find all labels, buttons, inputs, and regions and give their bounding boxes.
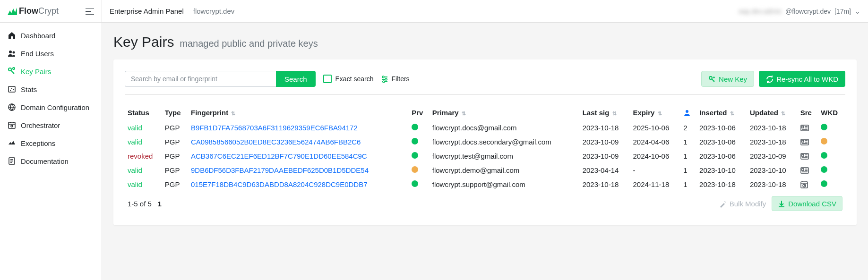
sidebar-item-dashboard[interactable]: Dashboard xyxy=(0,26,102,44)
cell-wkd xyxy=(818,149,845,163)
table-row: validPGP015E7F18DB4C9D63DABDD8A8204C928D… xyxy=(125,177,845,191)
cell-fingerprint[interactable]: 015E7F18DB4C9D63DABDD8A8204C928DC9E0DDB7 xyxy=(188,177,409,191)
sidebar-item-orchestrator[interactable]: Orchestrator xyxy=(0,116,102,134)
cell-inserted: 2023-10-06 xyxy=(696,135,747,149)
svg-point-0 xyxy=(9,51,12,53)
prv-dot-icon xyxy=(412,138,418,144)
sidebar-header: FlowCrypt xyxy=(0,0,102,23)
cell-type: PGP xyxy=(162,163,188,177)
svg-point-9 xyxy=(382,76,384,78)
cell-expiry: 2025-10-06 xyxy=(630,120,681,135)
cell-fingerprint[interactable]: CA09858566052B0ED8EC3236E562474AB6FBB2C6 xyxy=(188,135,409,149)
cell-src xyxy=(798,149,818,163)
table-row: revokedPGPACB367C6EC21EF6ED12BF7C790E1DD… xyxy=(125,149,845,163)
exact-search-label: Exact search xyxy=(335,75,374,83)
new-key-button[interactable]: New Key xyxy=(701,71,754,87)
cell-wkd xyxy=(818,177,845,191)
search-input[interactable] xyxy=(125,71,276,87)
keys-icon xyxy=(8,67,21,76)
search-button[interactable]: Search xyxy=(276,71,316,87)
sidebar-item-key-pairs[interactable]: Key Pairs xyxy=(0,62,102,80)
resync-wkd-button[interactable]: Re-sync All to WKD xyxy=(759,71,845,87)
download-csv-button[interactable]: Download CSV xyxy=(772,196,842,211)
th-updated[interactable]: Updated ⇅ xyxy=(747,104,798,120)
cell-fingerprint[interactable]: ACB367C6EC21EF6ED12BF7C790E1DD60EE584C9C xyxy=(188,149,409,163)
wkd-dot-icon xyxy=(821,166,827,173)
sidebar-item-label: Dashboard xyxy=(21,32,55,40)
prv-dot-icon xyxy=(412,180,418,187)
wkd-dot-icon xyxy=(821,138,827,144)
cell-inserted: 2023-10-06 xyxy=(696,149,747,163)
page-title: Key Pairs xyxy=(113,34,174,50)
menu-toggle-icon[interactable] xyxy=(86,6,94,16)
cell-fingerprint[interactable]: B9FB1D7FA7568703A6F3119629359EC6FBA94172 xyxy=(188,120,409,135)
cell-last-sig: 2023-10-09 xyxy=(580,149,630,163)
cell-primary[interactable]: flowcrypt.support@gmail.com xyxy=(430,177,580,191)
topbar: Enterprise Admin Panel flowcrypt.dev eap… xyxy=(102,0,868,23)
th-last-sig[interactable]: Last sig ⇅ xyxy=(580,104,630,120)
th-fingerprint[interactable]: Fingerprint ⇅ xyxy=(188,104,409,120)
cell-person-count: 1 xyxy=(680,177,696,191)
cell-prv xyxy=(409,135,430,149)
cell-last-sig: 2023-04-14 xyxy=(580,163,630,177)
cell-updated: 2023-10-18 xyxy=(747,177,798,191)
logo-icon xyxy=(8,6,17,16)
sidebar-item-documentation[interactable]: Documentation xyxy=(0,152,102,170)
cell-expiry: - xyxy=(630,163,681,177)
plus-key-icon xyxy=(708,75,716,83)
cell-prv xyxy=(409,177,430,191)
th-inserted[interactable]: Inserted ⇅ xyxy=(696,104,747,120)
prv-dot-icon xyxy=(412,152,418,159)
download-icon xyxy=(778,199,785,208)
cell-status[interactable]: revoked xyxy=(125,149,162,163)
cell-person-count: 1 xyxy=(680,135,696,149)
sidebar-item-exceptions[interactable]: Exceptions xyxy=(0,134,102,152)
search-group: Search xyxy=(125,71,316,87)
sidebar-item-label: Documentation xyxy=(21,157,69,165)
users-icon xyxy=(8,49,21,58)
cell-status[interactable]: valid xyxy=(125,135,162,149)
th-src: Src xyxy=(798,104,818,120)
cell-status[interactable]: valid xyxy=(125,120,162,135)
svg-point-13 xyxy=(686,110,688,113)
th-primary[interactable]: Primary ⇅ xyxy=(430,104,580,120)
sidebar-item-label: Exceptions xyxy=(21,139,55,147)
cell-inserted: 2023-10-10 xyxy=(696,163,747,177)
cell-status[interactable]: valid xyxy=(125,177,162,191)
logo[interactable]: FlowCrypt xyxy=(8,6,59,16)
new-key-label: New Key xyxy=(719,75,747,83)
cell-wkd xyxy=(818,163,845,177)
pagination-page[interactable]: 1 xyxy=(157,200,161,208)
chevron-down-icon: ⌄ xyxy=(855,8,860,15)
th-expiry[interactable]: Expiry ⇅ xyxy=(630,104,681,120)
bulk-modify-label: Bulk Modify xyxy=(730,200,766,208)
cell-primary[interactable]: flowcrypt.docs.secondary@gmail.com xyxy=(430,135,580,149)
sidebar-item-stats[interactable]: Stats xyxy=(0,80,102,98)
wkd-dot-icon xyxy=(821,180,827,187)
cell-prv xyxy=(409,149,430,163)
topbar-domain[interactable]: flowcrypt.dev xyxy=(193,7,235,15)
wkd-dot-icon xyxy=(821,152,827,159)
sidebar-item-domain-configuration[interactable]: Domain Configuration xyxy=(0,98,102,116)
filters-button[interactable]: Filters xyxy=(381,75,409,83)
svg-rect-17 xyxy=(802,140,804,142)
sidebar-item-label: Stats xyxy=(21,85,37,93)
cell-primary[interactable]: flowcrypt.docs@gmail.com xyxy=(430,120,580,135)
cell-fingerprint[interactable]: 9DB6DF56D3FBAF2179DAAEBEDF625D0B1D5DDE54 xyxy=(188,163,409,177)
cell-primary[interactable]: flowcrypt.test@gmail.com xyxy=(430,149,580,163)
cell-status[interactable]: valid xyxy=(125,163,162,177)
user-menu[interactable]: eap.dev.admin@flowcrypt.dev [17m] ⌄ xyxy=(739,8,860,15)
sidebar-item-end-users[interactable]: End Users xyxy=(0,44,102,62)
svg-rect-19 xyxy=(802,154,804,156)
logo-text-flow: Flow xyxy=(19,6,38,16)
src-card-icon xyxy=(800,123,809,131)
table-row: validPGPCA09858566052B0ED8EC3236E562474A… xyxy=(125,135,845,149)
prv-dot-icon xyxy=(412,124,418,130)
cell-person-count: 2 xyxy=(680,120,696,135)
cell-primary[interactable]: flowcrypt.demo@gmail.com xyxy=(430,163,580,177)
calendar-icon xyxy=(8,121,21,129)
svg-rect-21 xyxy=(802,169,804,170)
cell-person-count: 1 xyxy=(680,163,696,177)
sort-icon: ⇅ xyxy=(730,110,734,116)
exact-search-toggle[interactable]: Exact search xyxy=(323,75,374,83)
